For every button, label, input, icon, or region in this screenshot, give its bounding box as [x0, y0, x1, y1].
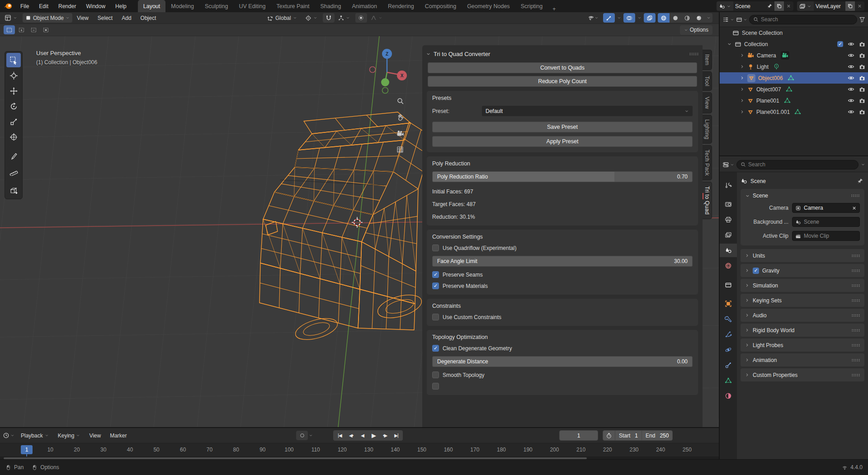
- menu-playback[interactable]: Playback: [16, 433, 53, 439]
- jump-to-end-button[interactable]: ▶|: [391, 433, 402, 438]
- menu-view[interactable]: View: [72, 15, 93, 21]
- chevron-right-icon[interactable]: [740, 98, 745, 103]
- axis-gizmo[interactable]: Z X: [364, 49, 410, 99]
- start-frame-field[interactable]: Start1: [615, 433, 642, 439]
- outliner-editor-type-button[interactable]: [722, 16, 734, 23]
- proportional-edit-toggle[interactable]: [355, 13, 367, 23]
- panel-header[interactable]: Tri to Quad Converter: [426, 48, 699, 60]
- breadcrumb-label[interactable]: Scene: [750, 178, 766, 184]
- properties-options-dropdown[interactable]: [861, 162, 865, 167]
- play-reverse-button[interactable]: ◀: [357, 433, 368, 438]
- section-keying-sets[interactable]: Keying Sets: [741, 294, 864, 307]
- zoom-icon[interactable]: [394, 95, 406, 107]
- select-mode-invert-button[interactable]: [40, 25, 52, 34]
- tool-rotate[interactable]: [6, 99, 21, 113]
- add-workspace-button[interactable]: +: [548, 6, 560, 12]
- new-scene-button[interactable]: [774, 1, 784, 11]
- hide-eye-icon[interactable]: [848, 41, 854, 47]
- tab-constraints-icon[interactable]: [720, 358, 737, 372]
- viewlayer-name[interactable]: ViewLayer: [814, 3, 845, 9]
- snap-settings-dropdown[interactable]: [335, 13, 353, 23]
- chevron-down-icon[interactable]: [727, 42, 732, 47]
- sidebar-tab-tech-pack[interactable]: Tech Pack: [703, 145, 712, 180]
- tool-transform[interactable]: [6, 130, 21, 144]
- shading-wireframe-button[interactable]: [658, 13, 670, 23]
- menu-edit[interactable]: Edit: [34, 0, 53, 12]
- convert-to-quads-button[interactable]: Convert to Quads: [428, 62, 697, 73]
- properties-search-input[interactable]: [748, 161, 854, 168]
- outliner-row-object006[interactable]: Object006: [720, 72, 868, 84]
- show-overlays-toggle[interactable]: [623, 13, 635, 23]
- custom-constraints-checkbox[interactable]: ✓: [432, 314, 439, 320]
- pan-hand-icon[interactable]: [394, 111, 406, 123]
- tab-tool-icon[interactable]: [720, 179, 737, 192]
- scene-browse-button[interactable]: [717, 1, 733, 11]
- outliner-row-plane001-001[interactable]: Plane001.001: [720, 106, 868, 118]
- render-camera-icon[interactable]: [859, 41, 865, 47]
- poly-reduction-ratio-slider[interactable]: Poly Reduction Ratio 0.70: [432, 171, 693, 182]
- section-rigid-body-world[interactable]: Rigid Body World: [741, 324, 864, 337]
- tab-physics-icon[interactable]: [720, 343, 737, 357]
- unlink-scene-button[interactable]: [784, 4, 793, 9]
- tab-render-icon[interactable]: [720, 198, 737, 211]
- hide-eye-icon[interactable]: [848, 108, 854, 115]
- outliner-row-object007[interactable]: Object007: [720, 84, 868, 95]
- tab-collection-icon[interactable]: [720, 278, 737, 292]
- menu-keying[interactable]: Keying: [53, 433, 85, 439]
- scene-panel-header[interactable]: Scene: [745, 193, 860, 199]
- chevron-right-icon[interactable]: [740, 109, 745, 114]
- outliner-display-mode-button[interactable]: [736, 16, 747, 23]
- menu-window[interactable]: Window: [81, 0, 110, 12]
- options-button[interactable]: Options: [680, 25, 712, 35]
- chevron-right-icon[interactable]: [740, 64, 745, 69]
- tab-output-icon[interactable]: [720, 213, 737, 226]
- render-camera-icon[interactable]: [859, 64, 865, 70]
- blender-logo-icon[interactable]: [0, 3, 15, 9]
- camera-field[interactable]: Camera: [792, 203, 860, 213]
- sidebar-tab-tool[interactable]: Tool: [703, 71, 712, 91]
- filter-icon[interactable]: [859, 16, 865, 23]
- next-keyframe-button[interactable]: •▶: [379, 433, 391, 438]
- preset-dropdown[interactable]: Default: [482, 106, 693, 116]
- tab-layout[interactable]: Layout: [138, 0, 166, 12]
- snap-toggle[interactable]: [323, 13, 335, 23]
- tool-scale[interactable]: [6, 114, 21, 129]
- tool-annotate[interactable]: [6, 149, 21, 163]
- outliner-row-collection[interactable]: Collection ✓: [720, 38, 868, 50]
- tab-shading[interactable]: Shading: [315, 0, 347, 12]
- gravity-checkbox[interactable]: ✓: [753, 268, 759, 274]
- tab-uv-editing[interactable]: UV Editing: [233, 0, 271, 12]
- background-scene-field[interactable]: Scene: [792, 217, 860, 227]
- grip-icon[interactable]: [851, 194, 860, 198]
- properties-search[interactable]: [736, 160, 859, 169]
- section-audio[interactable]: Audio: [741, 309, 864, 322]
- sidebar-tab-item[interactable]: Item: [703, 50, 712, 70]
- editor-type-button[interactable]: [2, 13, 20, 23]
- tab-world-icon[interactable]: [720, 259, 737, 273]
- hide-eye-icon[interactable]: [848, 86, 854, 93]
- prev-keyframe-button[interactable]: ◀•: [345, 433, 357, 438]
- render-camera-icon[interactable]: [859, 52, 865, 59]
- tab-scripting[interactable]: Scripting: [515, 0, 548, 12]
- tab-data-icon[interactable]: [720, 374, 737, 387]
- clean-degenerate-checkbox[interactable]: ✓: [432, 345, 439, 352]
- stopwatch-icon[interactable]: [603, 431, 615, 440]
- tool-select-box[interactable]: [6, 53, 21, 67]
- xray-toggle[interactable]: [644, 13, 656, 23]
- tool-add-primitive[interactable]: [6, 183, 21, 198]
- save-preset-button[interactable]: Save Preset: [432, 122, 693, 132]
- section-custom-properties[interactable]: Custom Properties: [741, 368, 864, 381]
- apply-preset-button[interactable]: Apply Preset: [432, 136, 693, 147]
- render-camera-icon[interactable]: [859, 75, 865, 81]
- outliner-search-input[interactable]: [761, 16, 853, 23]
- transform-orientation-dropdown[interactable]: Global: [264, 13, 300, 23]
- menu-object[interactable]: Object: [136, 15, 161, 21]
- tab-sculpting[interactable]: Sculpting: [199, 0, 233, 12]
- render-camera-icon[interactable]: [859, 98, 865, 104]
- outliner-row-scene-collection[interactable]: Scene Collection: [720, 27, 868, 38]
- scene-name[interactable]: Scene: [733, 3, 765, 9]
- chevron-right-icon[interactable]: [740, 53, 745, 58]
- tab-object-icon[interactable]: [720, 297, 737, 310]
- shading-dropdown[interactable]: [705, 16, 712, 20]
- tab-animation[interactable]: Animation: [346, 0, 382, 12]
